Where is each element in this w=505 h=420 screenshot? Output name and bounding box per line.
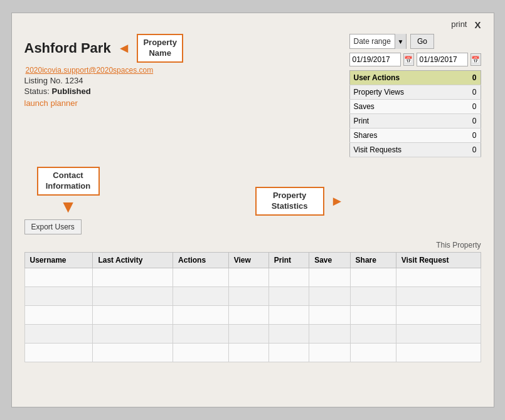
col-view: View (228, 252, 268, 268)
stats-label-shares: Shares (349, 129, 462, 143)
stats-section: Date range ▼ Go 📅 📅 User Actions 0 Prope… (349, 34, 481, 157)
table-header-row: Username Last Activity Actions View Prin… (24, 252, 481, 268)
stats-label-views: Property Views (349, 85, 462, 100)
property-statistics-annotation: Property Statistics (255, 187, 324, 216)
launch-planner-row: launch planner (24, 98, 349, 108)
property-info: Ashford Park ◄ Property Name 2020icovia.… (24, 34, 349, 108)
top-layout: Ashford Park ◄ Property Name 2020icovia.… (24, 34, 481, 157)
property-name-annotation: Property Name (137, 34, 183, 63)
email-link[interactable]: 2020icovia.support@2020spaces.com (26, 66, 154, 75)
stats-label-saves: Saves (349, 100, 462, 114)
table-row (24, 305, 481, 324)
date-range-select[interactable]: Date range ▼ (349, 34, 407, 49)
table-section: This Property Username Last Activity Act… (24, 241, 481, 362)
col-print: Print (268, 252, 309, 268)
calendar-from-icon[interactable]: 📅 (403, 53, 414, 66)
col-save: Save (309, 252, 350, 268)
table-row (24, 343, 481, 362)
col-visit-request: Visit Request (396, 252, 481, 268)
arrow-down-icon: ▼ (60, 198, 77, 216)
date-inputs: 📅 📅 (349, 53, 481, 66)
export-users-button[interactable]: Export Users (24, 219, 82, 234)
stats-table: User Actions 0 Property Views 0 Saves 0 … (349, 70, 481, 157)
export-row: Export Users (24, 219, 481, 234)
arrow-right-icon: ◄ (117, 40, 131, 56)
modal-container: print X Ashford Park ◄ Property Name 202… (11, 13, 494, 407)
calendar-to-icon[interactable]: 📅 (470, 53, 481, 66)
stats-value-saves: 0 (462, 100, 481, 114)
property-title: Ashford Park (24, 40, 111, 56)
arrow-right-stats-icon: ► (331, 193, 344, 209)
contact-info-annotation-area: Contact Information ▼ (24, 167, 112, 216)
stats-row-print: Print 0 (349, 114, 481, 129)
property-name-row: Ashford Park ◄ Property Name (24, 34, 349, 63)
table-header: Username Last Activity Actions View Prin… (24, 252, 481, 268)
status-row: Status: Published (24, 87, 349, 96)
col-username: Username (24, 252, 93, 268)
date-to-input[interactable] (417, 53, 468, 66)
table-body (24, 268, 481, 362)
date-range-dropdown-icon[interactable]: ▼ (395, 34, 406, 49)
stats-row-visit: Visit Requests 0 (349, 143, 481, 157)
stats-value-print: 0 (462, 114, 481, 129)
date-range-label: Date range (350, 34, 395, 49)
data-table: Username Last Activity Actions View Prin… (24, 252, 481, 362)
contact-info-annotation: Contact Information (37, 167, 100, 196)
stats-row-shares: Shares 0 (349, 129, 481, 143)
close-button[interactable]: X (474, 19, 481, 30)
listing-no: Listing No. 1234 (24, 76, 349, 85)
print-link[interactable]: print (451, 19, 467, 30)
col-actions: Actions (173, 252, 229, 268)
stats-header-value: 0 (462, 71, 481, 85)
modal-header: print X (24, 19, 481, 34)
stats-header-label: User Actions (349, 71, 462, 85)
table-row (24, 286, 481, 305)
stats-value-views: 0 (462, 85, 481, 100)
date-controls: Date range ▼ Go (349, 34, 481, 49)
stats-label-print: Print (349, 114, 462, 129)
property-stats-annotation-area: Property Statistics ► (119, 187, 481, 216)
table-row (24, 324, 481, 343)
launch-planner-link[interactable]: launch planner (24, 98, 78, 108)
table-row (24, 268, 481, 286)
stats-label-visit: Visit Requests (349, 143, 462, 157)
stats-value-visit: 0 (462, 143, 481, 157)
date-from-input[interactable] (349, 53, 401, 66)
mid-row: Contact Information ▼ Property Statistic… (24, 167, 481, 216)
this-property-label: This Property (24, 241, 481, 249)
stats-row-saves: Saves 0 (349, 100, 481, 114)
col-share: Share (350, 252, 396, 268)
go-button[interactable]: Go (410, 34, 434, 49)
col-last-activity: Last Activity (93, 252, 173, 268)
stats-header-row: User Actions 0 (349, 71, 481, 85)
stats-value-shares: 0 (462, 129, 481, 143)
stats-row-views: Property Views 0 (349, 85, 481, 100)
